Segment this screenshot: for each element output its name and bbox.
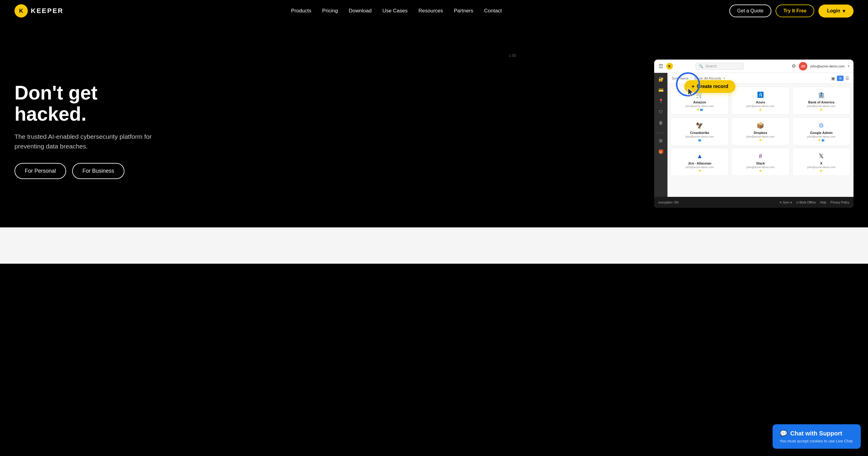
try-free-button[interactable]: Try It Free bbox=[776, 4, 814, 17]
record-email: john@acme-demo.com bbox=[746, 105, 774, 108]
record-card-google[interactable]: ⚙ Google Admin john@acme-demo.com ⭐ 👥 bbox=[792, 117, 850, 145]
sort-label: Sort: Name bbox=[672, 77, 689, 80]
toolbar-divider: | bbox=[691, 77, 692, 80]
record-stars: 👥 bbox=[698, 139, 701, 142]
record-stars: ⭐ bbox=[820, 169, 823, 172]
app-topbar-left: ☰ K KEEPER 🔍 Search bbox=[658, 63, 744, 70]
create-record-button[interactable]: + Create record bbox=[684, 80, 736, 93]
nav-item-resources[interactable]: Resources bbox=[418, 8, 443, 13]
record-email: john@acme-demo.com bbox=[686, 105, 714, 108]
record-card-jira[interactable]: ▲ Jira - Atlassian john@acme-demo.com ⭐ bbox=[671, 148, 729, 176]
record-name: Crowdstrike bbox=[690, 131, 709, 135]
app-body: 🔐 💳 📍 🛡 🗑 ⊞ 🎁 Sort: Name | Sh bbox=[654, 73, 854, 197]
hero-title: Don't get hacked. bbox=[14, 82, 172, 125]
get-quote-button[interactable]: Get a Quote bbox=[730, 4, 771, 17]
record-email: john@acme-demo.com bbox=[807, 166, 835, 169]
help-link[interactable]: Help bbox=[820, 201, 826, 204]
svg-text:K: K bbox=[669, 65, 671, 68]
record-card-azure[interactable]: 🅰 Azure john@acme-demo.com ⭐ bbox=[731, 87, 789, 115]
logo[interactable]: K KEEPER bbox=[14, 4, 63, 18]
sync-button[interactable]: ↻ Sync ▾ bbox=[779, 201, 792, 204]
hero-buttons: For Personal For Business bbox=[14, 163, 172, 179]
record-stars: ⭐ bbox=[698, 169, 701, 172]
record-name: Slack bbox=[756, 162, 765, 165]
app-statusbar: encryption: ON ↻ Sync ▾ ⊙ Work Offline H… bbox=[654, 197, 854, 208]
record-email: john@acme-demo.com bbox=[686, 166, 714, 169]
record-name: Dropbox bbox=[753, 131, 767, 135]
record-name: Google Admin bbox=[810, 131, 833, 135]
nav-item-download[interactable]: Download bbox=[349, 8, 372, 13]
app-topbar: ☰ K KEEPER 🔍 Search ⚙ JO bbox=[654, 60, 854, 73]
record-stars: ⭐ bbox=[820, 108, 823, 111]
record-email: john@acme-demo.com bbox=[746, 166, 774, 169]
twitter-icon: 𝕏 bbox=[817, 152, 826, 160]
record-stars: ⭐ 👥 bbox=[696, 108, 703, 111]
bottom-section bbox=[0, 227, 868, 264]
record-card-twitter[interactable]: 𝕏 X john@acme-demo.com ⭐ bbox=[792, 148, 850, 176]
version-label: 1.00 bbox=[509, 54, 516, 58]
hamburger-icon[interactable]: ☰ bbox=[658, 63, 663, 69]
record-card-slack[interactable]: # Slack john@acme-demo.com ⭐ bbox=[731, 148, 789, 176]
user-dropdown-icon[interactable]: ▾ bbox=[848, 64, 849, 68]
search-icon: 🔍 bbox=[699, 64, 704, 68]
folder-view-icon[interactable]: ▣ bbox=[831, 76, 835, 81]
keeper-logo-icon: K bbox=[14, 4, 28, 18]
avatar: JO bbox=[799, 62, 807, 70]
keeper-small-logo: K bbox=[666, 63, 673, 69]
grid-view-icon[interactable]: ⊞ bbox=[837, 76, 843, 81]
sidebar-icon-apps[interactable]: ⊞ bbox=[657, 137, 664, 144]
record-name: Jira - Atlassian bbox=[688, 162, 712, 165]
nav-links: Products Pricing Download Use Cases Reso… bbox=[291, 8, 502, 14]
nav-item-contact[interactable]: Contact bbox=[484, 8, 502, 13]
dropbox-icon: 📦 bbox=[756, 121, 765, 130]
sidebar-icon-shared[interactable]: 📍 bbox=[657, 98, 664, 104]
nav-item-pricing[interactable]: Pricing bbox=[322, 8, 338, 13]
sidebar-icon-records[interactable]: 💳 bbox=[657, 87, 664, 93]
record-name: X bbox=[820, 162, 823, 165]
svg-text:K: K bbox=[19, 8, 23, 14]
nav-actions: Get a Quote Try It Free Login ▾ bbox=[730, 4, 854, 18]
hero-right: 1.00 ☰ K KEEPER 🔍 Search bbox=[172, 54, 854, 208]
login-button[interactable]: Login ▾ bbox=[818, 4, 854, 18]
sidebar-icon-gift[interactable]: 🎁 bbox=[657, 148, 664, 155]
boa-icon: 🏦 bbox=[817, 91, 826, 99]
for-personal-button[interactable]: For Personal bbox=[14, 163, 66, 179]
list-view-icon[interactable]: ☰ bbox=[845, 76, 849, 81]
for-business-button[interactable]: For Business bbox=[72, 163, 124, 179]
plus-icon: + bbox=[692, 84, 694, 89]
show-dropdown-icon[interactable]: ▾ bbox=[724, 77, 725, 80]
search-placeholder: Search bbox=[705, 64, 717, 68]
record-email: john@acme-demo.com bbox=[807, 135, 835, 138]
keeper-brand-text: KEEPER bbox=[675, 64, 692, 68]
record-name: Bank of America bbox=[808, 101, 834, 104]
record-name: Azure bbox=[756, 101, 765, 104]
nav-item-products[interactable]: Products bbox=[291, 8, 311, 13]
nav-item-use-cases[interactable]: Use Cases bbox=[382, 8, 407, 13]
record-stars: ⭐ 👥 bbox=[818, 139, 825, 142]
privacy-link[interactable]: Privacy Policy bbox=[831, 201, 849, 204]
login-label: Login bbox=[827, 8, 840, 13]
keeper-brand: K KEEPER bbox=[666, 63, 692, 69]
app-toolbar-left: Sort: Name | Show: All Records ▾ bbox=[672, 77, 725, 80]
sidebar-icon-security[interactable]: 🛡 bbox=[657, 109, 664, 115]
sidebar-icon-trash[interactable]: 🗑 bbox=[657, 119, 664, 126]
record-card-crowdstrike[interactable]: 🦅 Crowdstrike john@acme-demo.com 👥 bbox=[671, 117, 729, 145]
record-email: john@acme-demo.com bbox=[807, 105, 835, 108]
record-stars: ⭐ bbox=[759, 139, 762, 142]
encryption-label: encryption: ON bbox=[658, 201, 679, 204]
crowdstrike-icon: 🦅 bbox=[695, 121, 704, 130]
record-card-dropbox[interactable]: 📦 Dropbox john@acme-demo.com ⭐ bbox=[731, 117, 789, 145]
navbar: K KEEPER Products Pricing Download Use C… bbox=[0, 0, 868, 22]
login-chevron-icon: ▾ bbox=[843, 8, 845, 14]
app-window: ☰ K KEEPER 🔍 Search ⚙ JO bbox=[654, 60, 854, 208]
nav-item-partners[interactable]: Partners bbox=[454, 8, 473, 13]
record-card-boa[interactable]: 🏦 Bank of America john@acme-demo.com ⭐ bbox=[792, 87, 850, 115]
hero-section: Don't get hacked. The trusted AI-enabled… bbox=[0, 22, 868, 227]
app-search-bar[interactable]: 🔍 Search bbox=[695, 63, 744, 70]
sidebar-icon-vault[interactable]: 🔐 bbox=[657, 76, 664, 83]
record-stars: ⭐ bbox=[759, 108, 762, 111]
filter-icon[interactable]: ⚙ bbox=[792, 63, 796, 69]
azure-icon: 🅰 bbox=[756, 91, 765, 99]
work-offline-button[interactable]: ⊙ Work Offline bbox=[796, 201, 816, 204]
hero-left: Don't get hacked. The trusted AI-enabled… bbox=[14, 82, 172, 179]
